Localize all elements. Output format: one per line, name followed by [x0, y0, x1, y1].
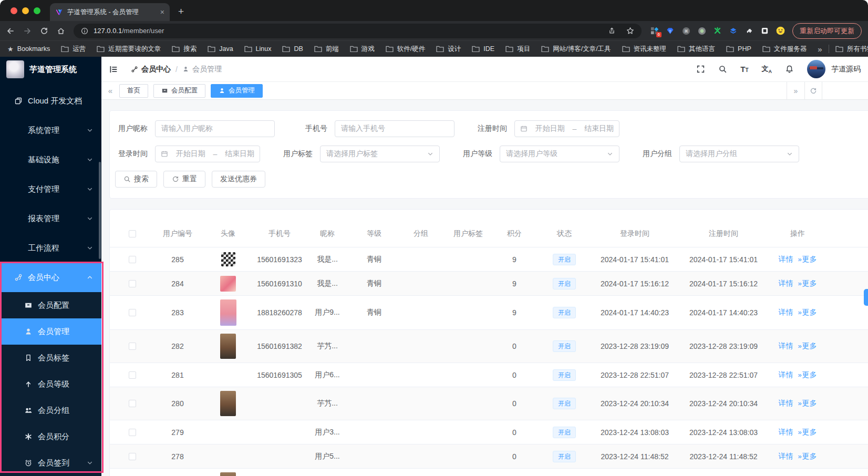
sidebar-item-member-config[interactable]: 会员配置 — [0, 292, 101, 318]
more-link[interactable]: »更多 — [798, 370, 817, 380]
sidebar-item-cloud-docs[interactable]: Cloud 开发文档 — [0, 86, 101, 116]
all-bookmarks-folder[interactable]: 所有书签 — [835, 45, 868, 54]
site-info-icon[interactable] — [81, 27, 88, 35]
extension-green-star-icon[interactable] — [713, 26, 722, 35]
fullscreen-icon[interactable] — [696, 65, 705, 74]
bookmark-folder[interactable]: 运营 — [61, 45, 86, 54]
row-checkbox[interactable] — [110, 309, 155, 316]
row-checkbox[interactable] — [110, 400, 155, 407]
right-edge-drag-handle[interactable] — [864, 289, 868, 306]
user-avatar[interactable] — [807, 60, 825, 78]
emoji-face-icon[interactable] — [776, 26, 785, 35]
home-icon[interactable] — [57, 27, 65, 35]
language-icon[interactable]: 文A — [762, 64, 772, 74]
reset-button[interactable]: 重置 — [163, 171, 205, 188]
sidebar-item-member-manage[interactable]: 会员管理 — [0, 318, 101, 345]
tags-scroll-right-icon[interactable]: » — [787, 82, 804, 99]
register-date-range-input[interactable]: 开始日期 – 结束日期 — [514, 120, 619, 137]
tag-member-manage[interactable]: 会员管理 — [211, 84, 263, 98]
extensions-puzzle-icon[interactable] — [745, 26, 753, 35]
row-checkbox[interactable] — [110, 453, 155, 460]
more-link[interactable]: »更多 — [798, 308, 817, 317]
tags-scroll-left-icon[interactable]: « — [101, 86, 119, 95]
font-size-icon[interactable]: TT — [740, 65, 748, 74]
extension-dot-icon[interactable] — [697, 26, 706, 35]
bookmark-folder[interactable]: IDE — [472, 45, 494, 53]
bookmarks-manager-item[interactable]: ★ Bookmarks — [7, 45, 50, 53]
more-link[interactable]: »更多 — [798, 452, 817, 461]
sidebar-group-item[interactable]: 报表管理 — [0, 204, 101, 233]
bookmark-folder[interactable]: 设计 — [436, 45, 461, 54]
bookmark-folder[interactable]: DB — [282, 45, 303, 53]
sidebar-item-member-signin[interactable]: 会员签到 — [0, 450, 101, 476]
bookmark-folder[interactable]: 软件/硬件 — [386, 45, 425, 54]
sidebar-item-member-level[interactable]: 会员等级 — [0, 371, 101, 397]
extension-gem-icon[interactable] — [666, 26, 675, 35]
bookmark-folder[interactable]: 其他语言 — [677, 45, 715, 54]
detail-link[interactable]: 详情 — [778, 279, 793, 288]
browser-update-button[interactable]: 重新启动即可更新 — [792, 23, 862, 39]
mobile-input[interactable]: 请输入手机号 — [335, 120, 454, 137]
collapse-menu-icon[interactable] — [109, 65, 118, 74]
sidebar-item-member-group[interactable]: 会员分组 — [0, 397, 101, 423]
close-window-button[interactable] — [11, 7, 17, 14]
select-all-checkbox[interactable] — [110, 230, 155, 237]
bookmark-folder[interactable]: 资讯未整理 — [622, 45, 667, 54]
sidebar-item-member-points[interactable]: 会员积分 — [0, 423, 101, 450]
sidebar-scrollbar[interactable] — [99, 162, 101, 259]
bookmark-folder[interactable]: 游戏 — [350, 45, 375, 54]
bookmark-folder[interactable]: 项目 — [505, 45, 530, 54]
new-tab-button[interactable]: + — [178, 6, 184, 17]
reload-icon[interactable] — [40, 27, 48, 35]
row-checkbox[interactable] — [110, 343, 155, 350]
sidebar-group-item[interactable]: 工作流程 — [0, 233, 101, 263]
nickname-input[interactable]: 请输入用户昵称 — [155, 120, 275, 137]
tag-member-config[interactable]: 会员配置 — [153, 84, 205, 98]
detail-link[interactable]: 详情 — [778, 255, 793, 264]
row-checkbox[interactable] — [110, 371, 155, 379]
extension-layers-icon[interactable] — [729, 26, 738, 35]
notification-bell-icon[interactable] — [785, 65, 794, 74]
browser-tab[interactable]: 芋道管理系统 - 会员管理 × — [50, 3, 170, 21]
row-checkbox[interactable] — [110, 280, 155, 287]
sidebar-item-member-center[interactable]: 会员中心 — [0, 263, 101, 292]
user-level-select[interactable]: 请选择用户等级 — [500, 146, 619, 162]
forward-icon[interactable] — [23, 27, 32, 35]
sidebar-group-item[interactable]: 系统管理 — [0, 116, 101, 145]
send-coupon-button[interactable]: 发送优惠券 — [212, 171, 265, 188]
sidebar-group-item[interactable]: 基础设施 — [0, 145, 101, 174]
bookmarks-overflow-icon[interactable]: » — [818, 45, 822, 54]
share-icon[interactable] — [608, 27, 616, 35]
login-date-range-input[interactable]: 开始日期 – 结束日期 — [155, 146, 260, 162]
extension-square-icon[interactable] — [760, 26, 769, 35]
search-button[interactable]: 搜索 — [115, 171, 157, 188]
bookmark-folder[interactable]: 网站/博客/文章/工具 — [541, 45, 611, 54]
more-link[interactable]: »更多 — [798, 342, 817, 351]
breadcrumb-member-center[interactable]: 会员中心 — [131, 65, 171, 74]
sidebar-group-item[interactable]: 支付管理 — [0, 174, 101, 204]
detail-link[interactable]: 详情 — [778, 342, 793, 351]
bookmark-folder[interactable]: 前端 — [314, 45, 339, 54]
detail-link[interactable]: 详情 — [778, 452, 793, 461]
bookmark-folder[interactable]: 近期需要读的文章 — [97, 45, 161, 54]
app-logo[interactable]: 芋道管理系统 — [0, 57, 101, 82]
back-icon[interactable] — [6, 27, 15, 35]
address-bar[interactable]: 127.0.0.1 /member/user — [74, 24, 642, 38]
bookmark-folder[interactable]: Java — [208, 45, 233, 53]
tags-refresh-icon[interactable] — [804, 82, 822, 99]
user-tag-select[interactable]: 请选择用户标签 — [320, 146, 440, 162]
more-link[interactable]: »更多 — [798, 399, 817, 408]
more-link[interactable]: »更多 — [798, 255, 817, 264]
bookmark-folder[interactable]: Linux — [244, 45, 272, 53]
user-group-select[interactable]: 请选择用户分组 — [679, 146, 799, 162]
bookmark-star-icon[interactable] — [626, 27, 634, 35]
bookmark-folder[interactable]: 文件服务器 — [762, 45, 807, 54]
extension-grid-icon[interactable]: 6 — [650, 26, 659, 35]
extension-command-icon[interactable]: ⌘ — [681, 26, 690, 35]
detail-link[interactable]: 详情 — [778, 399, 793, 408]
more-link[interactable]: »更多 — [798, 279, 817, 288]
sidebar-item-member-tag[interactable]: 会员标签 — [0, 345, 101, 371]
tag-home[interactable]: 首页 — [119, 84, 148, 98]
bookmark-folder[interactable]: 搜索 — [172, 45, 197, 54]
detail-link[interactable]: 详情 — [778, 428, 793, 437]
